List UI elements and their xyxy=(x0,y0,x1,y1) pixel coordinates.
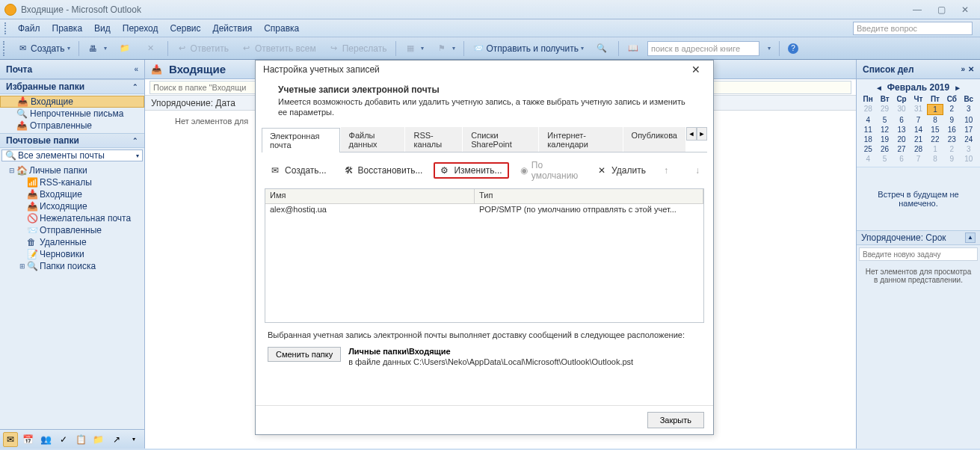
forward-button[interactable]: ↪ Переслать xyxy=(323,40,392,57)
mail-folders-header[interactable]: Почтовые папки ⌃ xyxy=(0,133,144,148)
tab-rss[interactable]: RSS-каналы xyxy=(405,127,462,152)
mail-module-button[interactable]: ✉ xyxy=(3,432,18,447)
sort-arrow-icon[interactable]: ▲ xyxy=(965,232,976,243)
tree-personal-folders[interactable]: ⊟🏠Личные папки xyxy=(4,164,144,176)
move-down-button[interactable]: ↓ xyxy=(688,162,715,179)
tab-email[interactable]: Электронная почта xyxy=(262,128,340,152)
remove-account-button[interactable]: ✕Удалить xyxy=(591,162,653,179)
chevron-up-icon[interactable]: ⌃ xyxy=(132,137,138,144)
dialog-titlebar: Настройка учетных записей ✕ xyxy=(256,61,713,78)
minimize-button[interactable]: — xyxy=(907,3,928,16)
outlook-icon xyxy=(4,4,16,16)
tab-sharepoint[interactable]: Списки SharePoint xyxy=(463,127,538,152)
maximize-button[interactable]: ▢ xyxy=(931,3,952,16)
tab-published[interactable]: Опубликова xyxy=(623,127,685,152)
tasks-module-button[interactable]: ✓ xyxy=(56,432,71,447)
followup-button[interactable]: ⚑▾ xyxy=(431,40,460,57)
categorize-icon: ▦ xyxy=(404,43,416,55)
search-folders-icon: 🔍 xyxy=(27,261,37,271)
search-folders-button[interactable]: 🔍 xyxy=(591,40,615,57)
tree-outbox[interactable]: 📤Исходящие xyxy=(4,200,144,212)
help-search-box[interactable] xyxy=(853,22,973,35)
all-mail-items[interactable]: 🔍 Все элементы почты ▾ xyxy=(1,150,143,161)
new-account-button[interactable]: ✉Создать... xyxy=(265,162,333,179)
tree-junk[interactable]: 🚫Нежелательная почта xyxy=(4,212,144,224)
tab-scroll-right[interactable]: ► xyxy=(697,127,707,141)
notes-module-button[interactable]: 📋 xyxy=(74,432,89,447)
new-task-input[interactable] xyxy=(859,247,978,261)
change-folder-button[interactable]: Сменить папку xyxy=(268,347,341,362)
categorize-button[interactable]: ▦▾ xyxy=(399,40,429,57)
reply-button[interactable]: ↩ Ответить xyxy=(171,40,234,57)
dialog-heading-subtitle: Имеется возможность добавить или удалить… xyxy=(278,96,691,118)
next-month-button[interactable]: ► xyxy=(949,84,966,92)
address-book-button[interactable]: 📖 xyxy=(622,40,647,57)
dialog-close-action-button[interactable]: Закрыть xyxy=(647,412,704,428)
tree-search-folders[interactable]: ⊞🔍Папки поиска xyxy=(4,260,144,272)
menu-go[interactable]: Переход xyxy=(117,21,164,36)
menu-help[interactable]: Справка xyxy=(258,21,305,36)
outbox-icon: 📤 xyxy=(27,201,37,212)
tree-rss[interactable]: 📶RSS-каналы xyxy=(4,176,144,188)
delete-button[interactable]: ✕ xyxy=(140,40,164,57)
tree-sent[interactable]: 📨Отправленные xyxy=(4,224,144,236)
tab-scroll-left[interactable]: ◄ xyxy=(686,127,697,141)
change-account-button[interactable]: ⚙Изменить... xyxy=(434,162,508,179)
prev-month-button[interactable]: ◄ xyxy=(871,84,887,92)
folders-module-button[interactable]: 📁 xyxy=(91,432,106,447)
col-name[interactable]: Имя xyxy=(265,189,475,203)
print-button[interactable]: 🖶▾ xyxy=(82,40,112,57)
address-search-input[interactable] xyxy=(647,41,759,56)
repair-account-button[interactable]: 🛠Восстановить... xyxy=(338,162,430,179)
reply-all-button[interactable]: ↩ Ответить всем xyxy=(235,40,321,57)
close-todo-icon[interactable]: ✕ xyxy=(968,65,974,73)
calendar-module-button[interactable]: 📅 xyxy=(21,432,36,447)
move-folder-button[interactable]: 📁 xyxy=(114,40,138,57)
dialog-heading: Учетные записи электронной почты Имеется… xyxy=(256,78,713,121)
account-row[interactable]: alex@hostiq.ua POP/SMTP (по умолчанию от… xyxy=(265,204,703,218)
reply-all-label: Ответить всем xyxy=(255,43,316,54)
delete-icon: ✕ xyxy=(598,165,608,176)
configure-buttons[interactable]: ▾ xyxy=(126,432,141,447)
close-window-button[interactable]: ✕ xyxy=(955,3,976,16)
tab-internet-calendars[interactable]: Интернет-календари xyxy=(539,127,622,152)
task-input-row xyxy=(857,245,980,263)
collapse-todo-icon[interactable]: » xyxy=(961,65,965,73)
menu-actions[interactable]: Действия xyxy=(207,21,259,36)
menu-file[interactable]: Файл xyxy=(12,21,46,36)
delete-icon: ✕ xyxy=(145,43,157,55)
collapse-nav-icon[interactable]: « xyxy=(134,65,138,73)
tree-inbox[interactable]: 📥Входящие xyxy=(4,188,144,200)
new-button[interactable]: ✉ Создать ▾ xyxy=(11,40,75,57)
chevron-up-icon[interactable]: ⌃ xyxy=(132,83,138,90)
help-search-input[interactable] xyxy=(853,22,973,35)
search-dropdown[interactable]: ▾ xyxy=(760,40,776,57)
tree-deleted[interactable]: 🗑Удаленные xyxy=(4,236,144,248)
fav-inbox[interactable]: 📥Входящие xyxy=(0,96,144,108)
search-icon: 🔍 xyxy=(5,150,16,161)
move-up-button[interactable]: ↑ xyxy=(657,162,684,179)
contacts-module-button[interactable]: 👥 xyxy=(38,432,53,447)
menu-edit[interactable]: Правка xyxy=(46,21,89,36)
chevron-icon: ▾ xyxy=(132,436,135,443)
fav-unread[interactable]: 🔍Непрочтенные письма xyxy=(0,108,144,120)
send-receive-button[interactable]: 📨 Отправить и получить ▾ xyxy=(467,40,590,57)
menu-view[interactable]: Вид xyxy=(88,21,117,36)
dialog-footer: Закрыть xyxy=(256,405,713,434)
favorites-header[interactable]: Избранные папки ⌃ xyxy=(0,79,144,94)
arrow-down-icon: ↓ xyxy=(695,165,706,176)
grip-icon xyxy=(4,22,9,34)
shortcuts-module-button[interactable]: ↗ xyxy=(109,432,124,447)
fav-sent[interactable]: 📤Отправленные xyxy=(0,120,144,132)
dialog-close-button[interactable]: ✕ xyxy=(686,62,706,77)
tree-drafts[interactable]: 📝Черновики xyxy=(4,248,144,260)
inbox-icon: 📥 xyxy=(27,189,37,200)
tab-data-files[interactable]: Файлы данных xyxy=(341,127,405,152)
set-default-button[interactable]: ◉По умолчанию xyxy=(514,157,588,184)
menu-tools[interactable]: Сервис xyxy=(164,21,206,36)
task-sort-header[interactable]: Упорядочение: Срок ▲ xyxy=(857,230,980,245)
col-type[interactable]: Тип xyxy=(475,189,703,203)
notes-icon: 📋 xyxy=(75,434,87,445)
help-button[interactable]: ? xyxy=(783,40,806,57)
calendar-grid[interactable]: ПнВтСрЧтПтСбВс28293031123456789101112131… xyxy=(860,94,977,164)
